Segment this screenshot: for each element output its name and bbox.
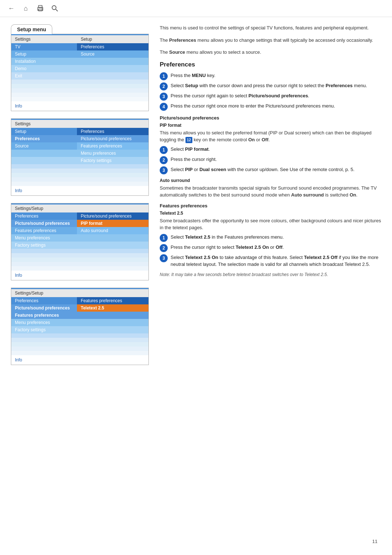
- features-pref-title: Features preferences: [160, 203, 381, 208]
- pip-steps: 1 Select PIP format. 2 Press the cursor …: [160, 146, 381, 174]
- table-row: [11, 80, 148, 84]
- pic-sound-title: Picture/sound preferences: [160, 115, 381, 121]
- table-row: Menu preferences: [11, 150, 148, 157]
- print-icon[interactable]: [36, 4, 44, 12]
- setup-menu-title: Setup menu: [11, 24, 52, 34]
- panel-2: Settings Setup Preferences Preferences P…: [11, 118, 149, 196]
- table-row: [11, 253, 148, 258]
- table-row: [11, 342, 148, 347]
- back-icon[interactable]: ←: [7, 4, 15, 12]
- panel-4-header: Settings/Setup: [11, 289, 148, 297]
- intro-text-3: The Source menu allows you to select a s…: [160, 49, 381, 56]
- table-row[interactable]: Preferences Picture/sound preferences: [11, 135, 148, 142]
- svg-line-5: [56, 9, 58, 12]
- table-row: [11, 347, 148, 351]
- teletext-step-3: 3 Select Teletext 2.5 On to take advanta…: [160, 254, 381, 268]
- svg-point-4: [52, 6, 56, 10]
- left-column: Setup menu Settings Setup TV Preferences…: [11, 24, 149, 372]
- table-row: [11, 177, 148, 182]
- pip-step-3: 3 Select PIP or Dual screen with the cur…: [160, 166, 381, 174]
- table-row[interactable]: Picture/sound preferences PIP format: [11, 220, 148, 227]
- panel-3-info: Info: [11, 271, 148, 280]
- panel-1-header-right: Setup: [77, 35, 148, 43]
- pip-format-title: PIP format: [160, 123, 381, 128]
- table-row[interactable]: Features preferences Auto surround: [11, 227, 148, 234]
- table-row[interactable]: Preferences Features preferences: [11, 297, 148, 304]
- panel-1: Settings Setup TV Preferences Setup Sour…: [11, 34, 149, 111]
- table-row[interactable]: Features preferences: [11, 312, 148, 319]
- table-row[interactable]: Picture/sound preferences Teletext 2.5: [11, 304, 148, 312]
- table-row: [11, 164, 148, 169]
- table-row[interactable]: Installation: [11, 58, 148, 65]
- table-row: [11, 351, 148, 355]
- table-row[interactable]: Setup Preferences: [11, 128, 148, 135]
- table-row[interactable]: Preferences Picture/sound preferences: [11, 212, 148, 220]
- table-row: [11, 262, 148, 266]
- panel-2-info: Info: [11, 186, 148, 195]
- table-row: [11, 249, 148, 253]
- table-row[interactable]: Source Features preferences: [11, 142, 148, 150]
- panel-4-info: Info: [11, 355, 148, 365]
- table-row: [11, 93, 148, 97]
- page-number: 11: [372, 539, 377, 544]
- table-row: [11, 97, 148, 101]
- table-row[interactable]: Exit: [11, 72, 148, 80]
- table-row: Factory settings: [11, 157, 148, 164]
- step-1: 1 Press the MENU key.: [160, 72, 381, 80]
- intro-text-1: This menu is used to control the setting…: [160, 24, 381, 32]
- teletext-title: Teletext 2.5: [160, 211, 381, 216]
- table-row: Factory settings: [11, 242, 148, 249]
- svg-rect-2: [38, 9, 42, 11]
- table-row: [11, 84, 148, 88]
- pip-step-1: 1 Select PIP format.: [160, 146, 381, 154]
- panel-1-header-left: Settings: [11, 35, 77, 43]
- table-row: [11, 182, 148, 186]
- teletext-steps: 1 Select Teletext 2.5 in the Features pr…: [160, 234, 381, 268]
- table-row: Factory settings: [11, 326, 148, 333]
- teletext-note: Note: It may take a few seconds before t…: [160, 272, 381, 278]
- table-row: [11, 258, 148, 262]
- table-row: [11, 338, 148, 342]
- preferences-steps: 1 Press the MENU key. 2 Select Setup wit…: [160, 72, 381, 111]
- table-row[interactable]: TV Preferences: [11, 43, 148, 50]
- panel-3-table: Settings/Setup Preferences Picture/sound…: [11, 204, 148, 271]
- panel-1-table: Settings Setup TV Preferences Setup Sour…: [11, 35, 148, 101]
- panel-3: Settings/Setup Preferences Picture/sound…: [11, 203, 149, 280]
- table-row: [11, 173, 148, 177]
- table-row: [11, 88, 148, 93]
- auto-surround-title: Auto surround: [160, 178, 381, 183]
- table-row[interactable]: Setup Source: [11, 50, 148, 58]
- toolbar: ← ⌂: [0, 0, 392, 17]
- right-column: This menu is used to control the setting…: [160, 24, 381, 372]
- step-2: 2 Select Setup with the cursor down and …: [160, 82, 381, 90]
- table-row: Menu preferences: [11, 319, 148, 326]
- panel-4-table: Settings/Setup Preferences Features pref…: [11, 289, 148, 355]
- table-row: [11, 169, 148, 173]
- panel-3-header: Settings/Setup: [11, 204, 148, 212]
- page-content: Setup menu Settings Setup TV Preferences…: [0, 17, 392, 380]
- panel-1-header: Settings Setup: [11, 35, 148, 43]
- pip-format-body: This menu allows you to select the prefe…: [160, 129, 381, 143]
- table-row: Menu preferences: [11, 234, 148, 242]
- auto-surround-body: Sometimes the broadcaster transmits spec…: [160, 185, 381, 199]
- panel-4: Settings/Setup Preferences Features pref…: [11, 288, 149, 365]
- section-preferences-title: Preferences: [160, 61, 381, 68]
- teletext-step-2: 2 Press the cursor right to select Telet…: [160, 244, 381, 252]
- step-4: 4 Press the cursor right once more to en…: [160, 102, 381, 111]
- panel-2-table: Settings Setup Preferences Preferences P…: [11, 120, 148, 186]
- panel-1-info: Info: [11, 101, 148, 111]
- home-icon[interactable]: ⌂: [22, 4, 30, 12]
- table-row: [11, 333, 148, 338]
- step-3: 3 Press the cursor right again to select…: [160, 92, 381, 101]
- search-icon[interactable]: [51, 4, 59, 12]
- svg-point-3: [42, 8, 42, 9]
- teletext-body: Some broadcasters offer the opportunity …: [160, 217, 381, 231]
- teletext-step-1: 1 Select Teletext 2.5 in the Features pr…: [160, 234, 381, 242]
- table-row[interactable]: Demo: [11, 65, 148, 72]
- table-row: [11, 266, 148, 271]
- pip-step-2: 2 Press the cursor right.: [160, 156, 381, 164]
- panel-2-header: Settings: [11, 120, 148, 128]
- pip-icon: 12: [185, 137, 192, 143]
- intro-text-2: The Preferences menu allows you to chang…: [160, 37, 381, 44]
